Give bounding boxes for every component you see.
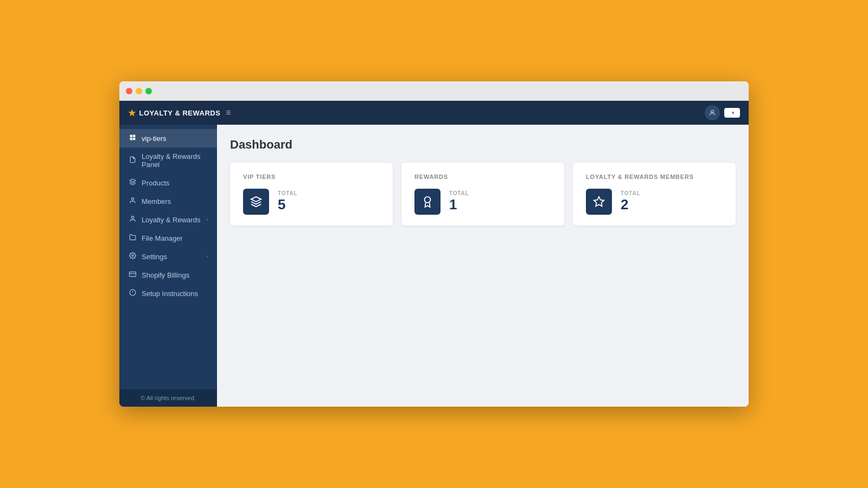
- stat-card-rewards: REWARDS TOTAL 1: [401, 163, 564, 226]
- sidebar-label-dashboard: vip-tiers: [142, 134, 208, 143]
- stat-card-header-rewards: REWARDS: [414, 174, 551, 180]
- browser-window: ★ LOYALTY & REWARDS ≡ ▾: [119, 81, 749, 407]
- footer-text: © All rights reserved.: [141, 395, 196, 401]
- sidebar-item-loyalty-rewards-panel[interactable]: Loyalty & Rewards Panel: [119, 147, 217, 174]
- svg-point-15: [425, 197, 431, 203]
- sidebar-item-file-manager[interactable]: File Manager: [119, 229, 217, 247]
- vip-tiers-icon-box: [243, 189, 269, 215]
- dashboard-icon: [128, 134, 137, 143]
- traffic-light-yellow[interactable]: [136, 88, 142, 94]
- sidebar-item-dashboard[interactable]: vip-tiers: [119, 129, 217, 147]
- svg-rect-3: [130, 138, 132, 140]
- medal-icon: [422, 196, 433, 208]
- stat-card-vip-tiers: VIP TIERS TOTAL 5: [230, 163, 393, 226]
- rewards-icon-box: [414, 189, 441, 215]
- sidebar-nav: vip-tiers Loyalty & Rewards Panel Produc…: [119, 125, 217, 389]
- members-total-value: 2: [621, 196, 640, 213]
- sidebar-item-products[interactable]: Products: [119, 174, 217, 192]
- loyalty-rewards-chevron-icon: ‹: [207, 217, 208, 222]
- main-layout: vip-tiers Loyalty & Rewards Panel Produc…: [119, 125, 749, 407]
- file-manager-icon: [128, 234, 137, 242]
- loyalty-icon: [128, 215, 137, 224]
- vip-tiers-info: TOTAL 5: [278, 190, 297, 213]
- sidebar-label-loyalty-rewards: Loyalty & Rewards: [142, 216, 202, 224]
- navbar-brand: ★ LOYALTY & REWARDS: [128, 108, 220, 118]
- sidebar: vip-tiers Loyalty & Rewards Panel Produc…: [119, 125, 217, 407]
- user-icon-button[interactable]: [705, 105, 720, 120]
- setup-icon: [128, 289, 137, 298]
- svg-point-6: [131, 198, 133, 200]
- svg-point-7: [131, 216, 133, 219]
- members-icon: [128, 197, 137, 206]
- sidebar-item-settings[interactable]: Settings ‹: [119, 247, 217, 266]
- settings-chevron-icon: ‹: [207, 254, 208, 259]
- sidebar-footer: © All rights reserved.: [119, 389, 217, 407]
- sidebar-label-setup: Setup Instructions: [142, 290, 208, 298]
- vip-tiers-total-value: 5: [278, 196, 297, 213]
- stat-card-body-rewards: TOTAL 1: [414, 189, 551, 215]
- settings-icon: [128, 252, 137, 261]
- svg-rect-1: [130, 135, 132, 137]
- hamburger-icon[interactable]: ≡: [226, 108, 231, 118]
- brand-star-icon: ★: [128, 108, 136, 118]
- app-container: ★ LOYALTY & REWARDS ≡ ▾: [119, 101, 749, 407]
- traffic-light-red[interactable]: [126, 88, 132, 94]
- panel-icon: [128, 156, 137, 165]
- svg-point-8: [131, 255, 133, 256]
- svg-rect-9: [129, 272, 136, 277]
- brand-name: LOYALTY & REWARDS: [139, 109, 221, 117]
- navbar-left: ★ LOYALTY & REWARDS ≡: [128, 108, 231, 118]
- content-area: Dashboard VIP TIERS: [217, 125, 749, 407]
- layers-icon: [250, 196, 262, 208]
- sidebar-label-settings: Settings: [142, 253, 202, 261]
- navbar-right: ▾: [705, 105, 740, 120]
- traffic-light-green[interactable]: [145, 88, 152, 94]
- svg-rect-2: [133, 135, 135, 137]
- sidebar-label-billings: Shopify Billings: [142, 271, 208, 279]
- sidebar-item-setup-instructions[interactable]: Setup Instructions: [119, 284, 217, 303]
- sidebar-label-file-manager: File Manager: [142, 234, 208, 242]
- user-dropdown-button[interactable]: ▾: [724, 108, 740, 118]
- stat-card-body-vip: TOTAL 5: [243, 189, 380, 215]
- svg-marker-14: [251, 197, 261, 202]
- svg-point-0: [711, 110, 714, 113]
- browser-chrome: [119, 81, 749, 101]
- sidebar-label-panel: Loyalty & Rewards Panel: [142, 152, 208, 169]
- sidebar-label-products: Products: [142, 179, 208, 187]
- members-icon-box: [586, 189, 612, 215]
- sidebar-item-members[interactable]: Members: [119, 192, 217, 210]
- svg-marker-16: [594, 197, 604, 206]
- members-total-label: TOTAL: [621, 190, 640, 196]
- stat-card-header-members: LOYALTY & REWARDS MEMBERS: [586, 174, 723, 180]
- top-navbar: ★ LOYALTY & REWARDS ≡ ▾: [119, 101, 749, 125]
- dropdown-arrow-icon: ▾: [732, 110, 735, 115]
- svg-rect-4: [133, 138, 135, 140]
- vip-tiers-total-label: TOTAL: [278, 190, 297, 196]
- stat-card-body-members: TOTAL 2: [586, 189, 723, 215]
- billings-icon: [128, 271, 137, 279]
- stat-card-header-vip: VIP TIERS: [243, 174, 380, 180]
- stats-row: VIP TIERS TOTAL 5: [230, 163, 736, 226]
- rewards-total-value: 1: [449, 196, 469, 213]
- sidebar-item-loyalty-rewards[interactable]: Loyalty & Rewards ‹: [119, 210, 217, 229]
- stat-card-members: LOYALTY & REWARDS MEMBERS TOTAL 2: [573, 163, 736, 226]
- members-stat-info: TOTAL 2: [621, 190, 640, 213]
- sidebar-label-members: Members: [142, 197, 208, 206]
- page-title: Dashboard: [230, 138, 736, 152]
- products-icon: [128, 178, 137, 187]
- sidebar-item-shopify-billings[interactable]: Shopify Billings: [119, 266, 217, 284]
- rewards-total-label: TOTAL: [449, 190, 469, 196]
- star-icon: [593, 196, 605, 208]
- svg-marker-5: [130, 179, 136, 182]
- rewards-info: TOTAL 1: [449, 190, 469, 213]
